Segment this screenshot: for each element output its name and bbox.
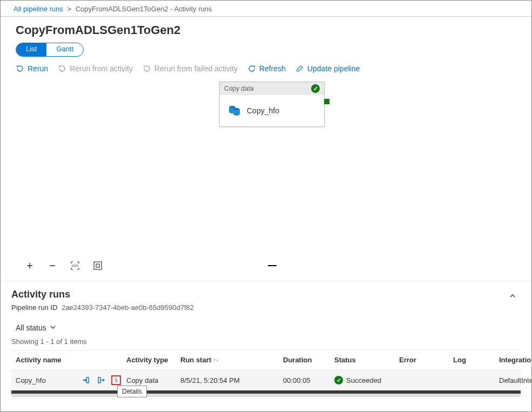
svg-text:100%: 100%	[72, 264, 79, 267]
rerun-activity-icon	[58, 64, 66, 73]
input-icon[interactable]	[81, 375, 91, 385]
breadcrumb-current: CopyFromADLSGen1ToGen2 - Activity runs	[76, 5, 212, 13]
col-duration[interactable]: Duration	[283, 356, 334, 364]
col-status[interactable]: Status	[334, 356, 399, 364]
col-run-start[interactable]: Run start ↑↓	[180, 356, 283, 364]
status-text: Succeeded	[346, 376, 381, 384]
collapse-toggle[interactable]	[509, 292, 516, 301]
zoom-in-button[interactable]	[24, 260, 35, 271]
col-run-start-label: Run start	[180, 356, 211, 364]
breadcrumb-root-link[interactable]: All pipeline runs	[14, 5, 63, 13]
rerun-icon	[16, 64, 24, 73]
status-filter[interactable]: All status	[11, 323, 56, 332]
details-icon[interactable]	[111, 375, 121, 385]
pipeline-run-id-value: 2ae24393-7347-4beb-ae0b-65d9590d7f82	[62, 303, 194, 312]
update-pipeline-button[interactable]: Update pipeline	[295, 64, 360, 73]
rerun-from-failed-button: Rerun from failed activity	[143, 64, 238, 73]
activity-node-name: Copy_hfo	[247, 106, 279, 115]
refresh-label: Refresh	[259, 64, 286, 73]
status-filter-label: All status	[16, 323, 46, 332]
cell-activity-type: Copy data	[126, 376, 180, 384]
view-toggle-gantt[interactable]: Gantt	[46, 43, 83, 56]
table-row[interactable]: Copy_hfo Copy data 8/5/21, 5:20:54 PM 00…	[11, 370, 521, 394]
resize-handle[interactable]	[268, 265, 277, 267]
breadcrumb-separator: >	[65, 5, 73, 13]
details-tooltip: Details	[117, 386, 147, 397]
activity-node-type: Copy data	[224, 85, 254, 92]
zoom-reset-button[interactable]: 100%	[70, 260, 80, 271]
database-icon	[227, 104, 241, 118]
sort-icon: ↑↓	[213, 358, 219, 362]
rerun-from-failed-label: Rerun from failed activity	[154, 64, 238, 73]
cell-integration: DefaultInteg	[499, 376, 532, 384]
svg-rect-4	[96, 264, 99, 267]
zoom-fit-button[interactable]	[92, 260, 103, 271]
success-icon: ✓	[334, 376, 343, 384]
refresh-icon	[247, 64, 256, 73]
breadcrumb: All pipeline runs > CopyFromADLSGen1ToGe…	[1, 1, 531, 17]
update-pipeline-label: Update pipeline	[307, 64, 360, 73]
col-integration[interactable]: Integration r	[499, 356, 532, 364]
view-toggle-list[interactable]: List	[16, 43, 46, 56]
row-actions	[81, 375, 126, 385]
activity-runs-panel: Activity runs Pipeline run ID 2ae24393-7…	[1, 281, 531, 402]
rerun-failed-icon	[143, 64, 151, 73]
pipeline-run-id-label: Pipeline run ID	[11, 303, 57, 312]
view-toggle: List Gantt	[16, 43, 84, 57]
node-output-connector[interactable]	[324, 99, 329, 104]
refresh-button[interactable]: Refresh	[247, 64, 286, 73]
table-header: Activity name Activity type Run start ↑↓…	[11, 350, 521, 370]
cell-run-start: 8/5/21, 5:20:54 PM	[180, 376, 283, 384]
cell-duration: 00:00:05	[283, 376, 334, 384]
col-activity-type[interactable]: Activity type	[126, 356, 180, 364]
page-title: CopyFromADLSGen1ToGen2	[1, 17, 531, 43]
pipeline-run-id: Pipeline run ID 2ae24393-7347-4beb-ae0b-…	[11, 303, 521, 312]
cell-activity-name: Copy_hfo	[16, 375, 126, 385]
toolbar: Rerun Rerun from activity Rerun from fai…	[1, 62, 531, 78]
rerun-label: Rerun	[28, 64, 48, 73]
activity-node-body: Copy_hfo	[220, 95, 324, 126]
edit-icon	[295, 64, 304, 73]
cell-status: ✓ Succeeded	[334, 376, 399, 384]
col-log[interactable]: Log	[453, 356, 499, 364]
zoom-out-button[interactable]	[47, 260, 58, 271]
pipeline-canvas[interactable]: Copy data ✓ Copy_hfo	[1, 78, 531, 259]
activity-runs-table: Activity name Activity type Run start ↑↓…	[11, 350, 521, 397]
success-icon: ✓	[311, 84, 320, 93]
rerun-from-activity-button: Rerun from activity	[58, 64, 133, 73]
output-icon[interactable]	[96, 375, 106, 385]
col-activity-name[interactable]: Activity name	[16, 356, 126, 364]
zoom-controls: 100%	[1, 259, 531, 279]
results-count: Showing 1 - 1 of 1 items	[11, 337, 521, 346]
rerun-from-activity-label: Rerun from activity	[70, 64, 133, 73]
activity-name-text: Copy_hfo	[16, 376, 46, 384]
svg-rect-3	[94, 262, 102, 269]
activity-node[interactable]: Copy data ✓ Copy_hfo	[219, 82, 325, 127]
chevron-down-icon	[50, 323, 56, 332]
horizontal-scrollbar[interactable]	[11, 394, 521, 397]
rerun-button[interactable]: Rerun	[16, 64, 48, 73]
activity-node-header: Copy data ✓	[220, 82, 324, 95]
col-error[interactable]: Error	[399, 356, 453, 364]
activity-runs-title: Activity runs	[11, 289, 521, 300]
